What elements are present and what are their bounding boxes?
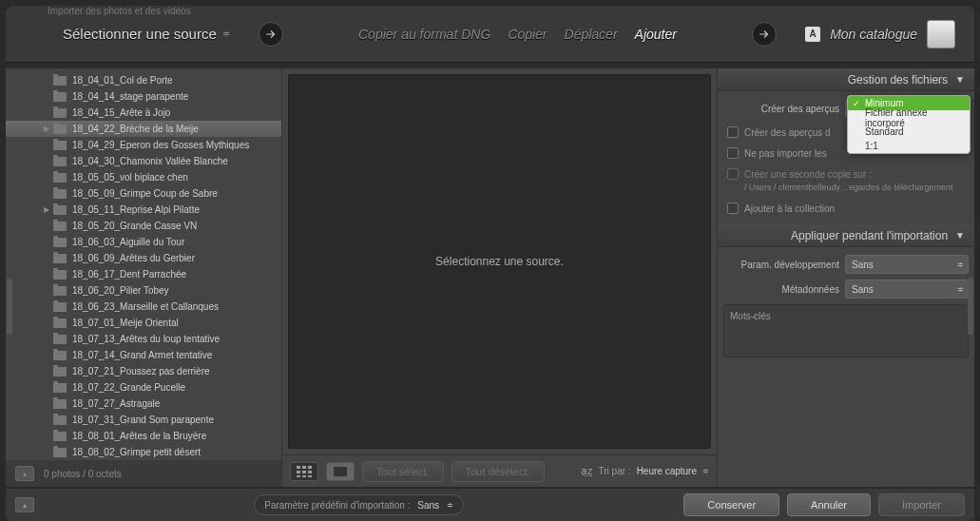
build-smart-previews-checkbox[interactable] [727, 126, 739, 138]
folder-icon [53, 76, 67, 86]
folder-row[interactable]: 18_04_29_Eperon des Gosses Mythiques [6, 137, 281, 153]
folder-icon [53, 205, 67, 215]
develop-settings-dropdown[interactable]: Sans ≑ [845, 255, 969, 274]
tab-copy[interactable]: Copier [508, 27, 547, 42]
bottom-bar: ▴ Paramètre prédéfini d'importation : Sa… [6, 489, 974, 521]
tab-move[interactable]: Déplacer [565, 27, 618, 42]
import-preset-control[interactable]: Paramètre prédéfini d'importation : Sans… [254, 494, 464, 515]
folder-name: 18_06_17_Dent Parrachée [72, 269, 186, 280]
select-all-button[interactable]: Tout sélect. [362, 461, 444, 482]
preview-option-one-to-one[interactable]: 1:1 [848, 139, 970, 153]
folder-row[interactable]: 18_07_21_Poussez pas derrière [6, 363, 281, 379]
folder-row[interactable]: 18_07_14_Grand Armet tentative [6, 347, 281, 363]
source-sort-icon[interactable]: ≑ [222, 29, 230, 39]
folder-row[interactable]: 18_07_13_Arêtes du loup tentative [6, 331, 281, 347]
folder-row[interactable]: 18_04_15_Arête à Jojo [6, 105, 281, 121]
add-to-collection-label: Ajouter à la collection [744, 203, 835, 214]
build-previews-label: Créer des aperçus [723, 104, 845, 114]
folder-row[interactable]: 18_08_01_Arêtes de la Bruyère [6, 428, 281, 444]
folder-name: 18_05_09_Grimpe Coup de Sabre [72, 188, 218, 199]
chevron-down-icon: ▼ [955, 74, 965, 85]
folder-name: 18_07_22_Grande Pucelle [72, 382, 185, 393]
metadata-value: Sans [852, 284, 874, 295]
folder-icon [53, 286, 67, 296]
folder-row[interactable]: 18_06_03_Aiguille du Tour [6, 234, 281, 250]
folder-row[interactable]: 18_07_22_Grande Pucelle [6, 379, 281, 396]
preview-option-embedded[interactable]: Fichier annexe incorporé [848, 110, 970, 125]
metadata-dropdown[interactable]: Sans ≑ [845, 280, 969, 299]
second-copy-checkbox[interactable] [727, 168, 739, 180]
source-selector[interactable]: Sélectionner une source [63, 26, 217, 42]
folder-icon [53, 270, 67, 280]
folder-row[interactable]: 18_05_09_Grimpe Coup de Sabre [6, 185, 281, 202]
folder-name: 18_08_02_Grimpe petit désert [72, 447, 201, 457]
folder-name: 18_07_27_Astragale [72, 398, 160, 409]
deselect-all-button[interactable]: Tout désélect. [452, 461, 545, 482]
folder-name: 18_06_03_Aiguille du Tour [72, 237, 184, 247]
disclosure-triangle-icon[interactable] [44, 125, 51, 133]
destination-catalog[interactable]: A Mon catalogue [805, 20, 955, 48]
folder-name: 18_06_23_Marseille et Callanques [72, 301, 219, 312]
disk-icon [927, 20, 955, 48]
sort-order-icon[interactable]: a͢z [581, 465, 593, 477]
folder-icon [53, 92, 67, 102]
folder-row[interactable]: 18_05_11_Reprise Alpi Pilatte [6, 202, 281, 218]
left-panel: 18_04_01_Col de Porte18_04_14_stage para… [6, 68, 281, 487]
develop-settings-label: Param. développement [723, 260, 845, 270]
folder-icon [53, 125, 67, 134]
collapse-left-button[interactable]: ▴ [15, 466, 34, 481]
svg-rect-8 [308, 475, 312, 477]
folder-row[interactable]: 18_06_23_Marseille et Callanques [6, 299, 281, 315]
preview-option-standard[interactable]: Standard [848, 125, 970, 139]
folder-row[interactable]: 18_04_14_stage parapente [6, 88, 281, 105]
keywords-input[interactable]: Mots-clés [723, 304, 969, 357]
chevron-down-icon[interactable]: ≑ [702, 467, 709, 475]
folder-row[interactable]: 18_06_20_Pilier Tobey [6, 282, 281, 299]
save-button[interactable]: Conserver [683, 493, 779, 516]
cancel-button[interactable]: Annuler [787, 493, 871, 516]
chevron-down-icon: ≑ [957, 260, 964, 269]
center-toolbar: Tout sélect. Tout désélect. a͢z Tri par … [282, 454, 717, 487]
grid-view-button[interactable] [290, 462, 318, 481]
to-arrow-button[interactable] [752, 22, 777, 47]
loupe-view-button[interactable] [326, 462, 355, 481]
folder-row[interactable]: 18_04_01_Col de Porte [6, 72, 281, 88]
tab-copy-dng[interactable]: Copier au format DNG [358, 27, 490, 42]
folder-row[interactable]: 18_05_05_vol biplace chen [6, 169, 281, 185]
folder-row[interactable]: 18_08_02_Grimpe petit désert [6, 444, 281, 460]
folder-row[interactable]: 18_07_31_Grand Som parapente [6, 412, 281, 428]
from-arrow-button[interactable] [259, 22, 283, 47]
left-panel-handle[interactable] [7, 278, 12, 335]
folder-row[interactable]: 18_04_30_Chamonix Vallée Blanche [6, 153, 281, 169]
grid-area: Sélectionnez une source. [288, 74, 711, 449]
folder-name: 18_06_09_Arêtes du Gerbier [72, 253, 195, 263]
catalog-label: Mon catalogue [830, 27, 917, 42]
folder-list[interactable]: 18_04_01_Col de Porte18_04_14_stage para… [6, 68, 281, 460]
folder-name: 18_05_05_vol biplace chen [72, 172, 188, 183]
add-to-collection-checkbox[interactable] [727, 203, 739, 214]
no-duplicates-checkbox[interactable] [727, 147, 739, 159]
folder-row[interactable]: 18_06_09_Arêtes du Gerbier [6, 250, 281, 266]
collapse-bottom-button[interactable]: ▴ [15, 497, 34, 512]
folder-icon [53, 189, 67, 199]
folder-name: 18_07_13_Arêtes du loup tentative [72, 334, 220, 344]
folder-row[interactable]: 18_07_27_Astragale [6, 396, 281, 412]
folder-row[interactable]: 18_06_17_Dent Parrachée [6, 266, 281, 282]
center-panel: Sélectionnez une source. Tout sélect. To… [281, 68, 718, 487]
folder-name: 18_04_14_stage parapente [72, 91, 188, 102]
tab-add[interactable]: Ajouter [635, 27, 677, 42]
folder-row[interactable]: 18_07_01_Meije Oriental [6, 315, 281, 331]
right-panel-handle[interactable] [968, 278, 973, 335]
folder-name: 18_04_01_Col de Porte [72, 75, 173, 86]
chevron-down-icon: ▼ [955, 230, 965, 241]
folder-row[interactable]: 18_04_22_Brèche de la Meije [6, 121, 281, 137]
svg-rect-5 [308, 471, 312, 473]
import-mode-tabs: Copier au format DNG Copier Déplacer Ajo… [312, 27, 723, 42]
import-button[interactable]: Importer [878, 493, 965, 516]
folder-row[interactable]: 18_05_20_Grande Casse VN [6, 218, 281, 234]
apply-during-import-header[interactable]: Appliquer pendant l'importation ▼ [718, 224, 974, 247]
disclosure-triangle-icon[interactable] [44, 205, 51, 214]
sort-value[interactable]: Heure capture [637, 466, 697, 476]
file-handling-header[interactable]: Gestion des fichiers ▼ [718, 68, 974, 91]
keywords-label: Mots-clés [730, 311, 771, 321]
